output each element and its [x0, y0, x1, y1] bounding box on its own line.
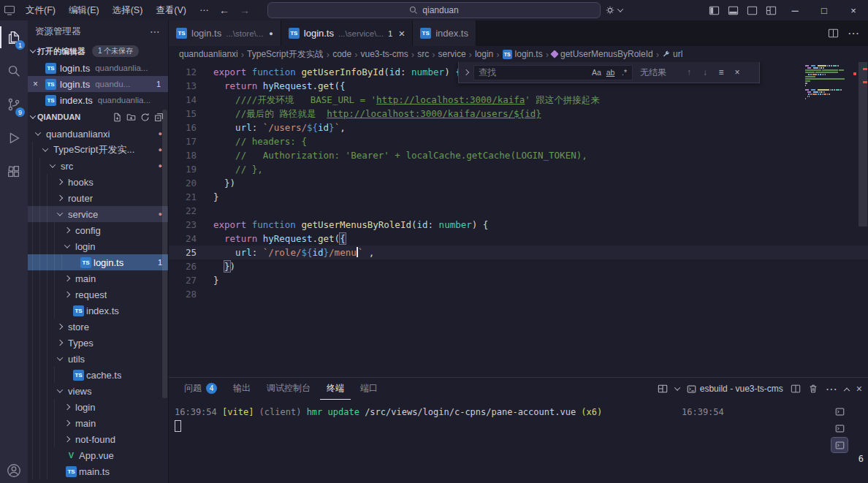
settings-dropdown[interactable]	[605, 0, 623, 20]
open-editor-item[interactable]: TSindex.tsquanduanlia...	[28, 92, 168, 108]
terminal-instance[interactable]: esbuild - vue3-ts-cms	[687, 384, 783, 394]
breadcrumb-item[interactable]: src	[417, 49, 429, 59]
match-case-toggle[interactable]: Aa	[590, 68, 603, 77]
tree-item[interactable]: Types	[28, 335, 168, 351]
code-line[interactable]: 21}	[169, 190, 868, 204]
tree-item[interactable]: not-found	[28, 431, 168, 447]
sidebar-scrollbar[interactable]	[162, 110, 167, 398]
customize-layout-icon[interactable]	[761, 0, 780, 20]
menu-item[interactable]: ⋯	[193, 0, 216, 20]
breadcrumb-item[interactable]: login	[475, 49, 493, 59]
panel-more-actions-icon[interactable]: ⋯	[826, 382, 837, 396]
tree-item[interactable]: router	[28, 190, 168, 206]
find-previous-icon[interactable]: ↑	[682, 67, 696, 77]
menu-item[interactable]: 编辑(E)	[62, 0, 106, 20]
menu-item[interactable]: 查看(V)	[149, 0, 193, 20]
tree-item[interactable]: config	[28, 222, 168, 238]
breadcrumb-item[interactable]: code	[332, 49, 351, 59]
tree-item[interactable]: login	[28, 399, 168, 415]
scrollbar-thumb[interactable]	[859, 62, 867, 227]
code-line[interactable]: 25 url: `/role/${id}/menu` ,	[169, 246, 868, 259]
find-in-selection-icon[interactable]: ≡	[715, 67, 728, 77]
tree-item[interactable]: utils	[28, 351, 168, 367]
code-line[interactable]: 22	[169, 204, 868, 218]
forward-button[interactable]: →	[240, 4, 250, 16]
code-line[interactable]: 14 ////开发环境 BASE_URL = 'http://localhost…	[169, 93, 868, 107]
panel-tab[interactable]: 调试控制台	[260, 378, 317, 400]
code-line[interactable]: 24 return hyRequest.get({	[169, 232, 868, 246]
panel-tab[interactable]: 端口	[354, 378, 384, 400]
breadcrumb-item[interactable]: service	[438, 49, 466, 59]
terminal-tab-icon[interactable]	[831, 404, 848, 419]
more-actions-icon[interactable]: ⋯	[848, 26, 859, 40]
close-window-button[interactable]: ×	[839, 0, 868, 20]
maximize-button[interactable]: □	[810, 0, 839, 20]
regex-toggle[interactable]: .*	[618, 68, 631, 77]
tree-item[interactable]: service●	[28, 206, 168, 222]
toggle-sidebar-icon[interactable]	[704, 0, 723, 20]
code-line[interactable]: 17 // headers: {	[169, 134, 868, 148]
tree-item[interactable]: hooks	[28, 174, 168, 190]
activitybar-extensions[interactable]	[0, 155, 28, 189]
close-icon[interactable]: ×	[398, 27, 405, 39]
new-file-icon[interactable]	[113, 113, 122, 122]
activitybar-explorer[interactable]: 1	[0, 20, 28, 54]
activitybar-run-debug[interactable]	[0, 121, 28, 155]
open-editors-header[interactable]: 打开的编辑器 1 个未保存	[28, 42, 168, 60]
back-button[interactable]: ←	[219, 4, 229, 16]
editor-tab[interactable]: TSindex.ts	[413, 20, 476, 46]
tree-item[interactable]: TSmain.ts	[28, 463, 168, 479]
close-find-icon[interactable]: ×	[731, 67, 744, 77]
code-editor[interactable]: 12export function getUserInfoById(id: nu…	[169, 62, 868, 377]
terminal-tab-icon[interactable]	[831, 421, 848, 436]
panel-tab[interactable]: 终端	[320, 378, 351, 400]
activitybar-search[interactable]	[0, 54, 28, 88]
breadcrumb-item[interactable]: vue3-ts-cms	[361, 49, 408, 59]
tree-item[interactable]: VApp.vue	[28, 447, 168, 463]
code-line[interactable]: 20 })	[169, 176, 868, 190]
search-box[interactable]: qianduan	[267, 2, 601, 18]
kill-terminal-icon[interactable]	[808, 384, 818, 394]
tree-item[interactable]: main	[28, 270, 168, 286]
panel-tab[interactable]: 问题4	[178, 378, 224, 400]
panel-tab[interactable]: 输出	[226, 378, 257, 400]
editor-tab[interactable]: TSlogin.ts...\service\...1×	[281, 20, 413, 46]
more-actions-icon[interactable]: ⋯	[150, 26, 161, 37]
breadcrumb-item[interactable]: TSlogin.ts	[503, 49, 543, 59]
find-next-icon[interactable]: ↓	[698, 67, 712, 77]
tree-item[interactable]: request	[28, 286, 168, 303]
open-editor-item[interactable]: TSlogin.tsquanduanlia...	[28, 60, 168, 76]
close-icon[interactable]: ×	[33, 79, 38, 89]
menu-item[interactable]: 选择(S)	[106, 0, 150, 20]
tree-item[interactable]: quanduanlianxi●	[28, 126, 168, 142]
menu-item[interactable]: 文件(F)	[19, 0, 62, 20]
new-folder-icon[interactable]	[126, 113, 136, 122]
breadcrumb-item[interactable]: TypeScript开发实战	[247, 48, 324, 61]
code-line[interactable]: 19 // },	[169, 162, 868, 176]
project-header[interactable]: QIANDUAN	[28, 108, 168, 126]
tree-item[interactable]: TSindex.ts	[28, 303, 168, 319]
code-line[interactable]: 16 url: `/users/${id}`,	[169, 121, 868, 134]
code-line[interactable]: 15 //最后的 路径就是 http://localhost:3000/kaif…	[169, 107, 868, 121]
tree-item[interactable]: views	[28, 383, 168, 399]
tree-item[interactable]: TScache.ts	[28, 367, 168, 383]
terminal-tab-icon-active[interactable]	[831, 438, 848, 452]
code-line[interactable]: 23export function getUserMenusByRoleId(i…	[169, 218, 868, 232]
breadcrumb-item[interactable]: getUserMenusByRoleId	[552, 49, 653, 59]
minimap[interactable]	[805, 65, 858, 102]
new-terminal-icon[interactable]	[658, 384, 668, 394]
find-input[interactable]: 查找 Aa ab .*	[473, 65, 633, 80]
tree-item[interactable]: src●	[28, 158, 168, 174]
breadcrumb-item[interactable]: quanduanlianxi	[179, 49, 238, 59]
activitybar-source-control[interactable]: 9	[0, 88, 28, 121]
code-line[interactable]: 28	[169, 287, 868, 301]
toggle-panel-icon[interactable]	[723, 0, 742, 20]
breadcrumb-item[interactable]: url	[662, 49, 682, 59]
close-panel-icon[interactable]: ×	[856, 383, 862, 395]
terminal-view[interactable]: 16:39:54 [vite] (client) hmr update /src…	[169, 400, 868, 483]
tree-item[interactable]: store	[28, 319, 168, 335]
tree-item[interactable]: login	[28, 238, 168, 254]
minimize-button[interactable]: ─	[780, 0, 810, 20]
code-line[interactable]: 27}	[169, 273, 868, 287]
editor-tab[interactable]: TSlogin.ts...\store\...●	[169, 20, 281, 46]
